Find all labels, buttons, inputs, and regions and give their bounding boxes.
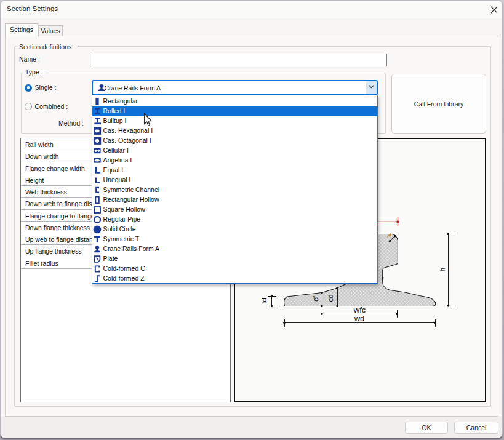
svg-text:td: td [260,298,268,304]
svg-text:wd: wd [354,314,365,323]
svg-text:wfc: wfc [353,305,366,314]
svg-text:cf: cf [312,295,319,302]
svg-text:cd: cd [327,294,334,302]
svg-text:h: h [439,268,446,271]
